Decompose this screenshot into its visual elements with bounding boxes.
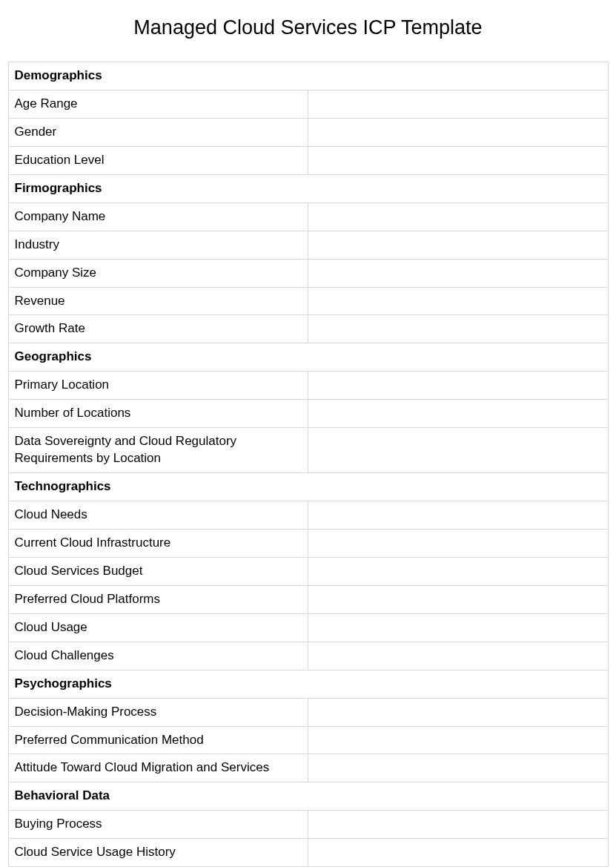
section-header-row: Psychographics bbox=[8, 670, 608, 698]
field-label: Number of Locations bbox=[8, 400, 308, 428]
field-value[interactable] bbox=[308, 202, 609, 231]
table-row: Growth Rate bbox=[8, 315, 608, 343]
table-row: Company Size bbox=[8, 259, 608, 287]
field-value[interactable] bbox=[308, 231, 609, 259]
field-label: Preferred Communication Method bbox=[8, 726, 308, 754]
table-row: Buying Process bbox=[8, 811, 608, 839]
field-label: Age Range bbox=[8, 90, 308, 118]
table-row: Cloud Usage bbox=[8, 613, 608, 642]
field-value[interactable] bbox=[308, 529, 609, 557]
field-label: Education Level bbox=[8, 146, 308, 174]
table-row: Data Sovereignty and Cloud Regulatory Re… bbox=[8, 428, 608, 473]
table-row: Cloud Challenges bbox=[8, 642, 608, 670]
field-value[interactable] bbox=[308, 613, 609, 642]
field-label: Decision-Making Process bbox=[8, 698, 308, 726]
field-label: Cloud Challenges bbox=[8, 642, 308, 670]
field-value[interactable] bbox=[308, 315, 609, 343]
table-row: Cloud Service Usage History bbox=[8, 839, 608, 867]
page-title: Managed Cloud Services ICP Template bbox=[7, 16, 609, 39]
section-header-row: Demographics bbox=[8, 62, 608, 90]
table-row: Decision-Making Process bbox=[8, 698, 608, 726]
field-label: Buying Process bbox=[8, 811, 308, 839]
field-value[interactable] bbox=[308, 400, 609, 428]
section-header-cell: Demographics bbox=[8, 62, 608, 90]
field-label: Cloud Needs bbox=[8, 501, 308, 530]
field-value[interactable] bbox=[308, 585, 609, 613]
section-header-row: Technographics bbox=[8, 473, 608, 501]
field-label: Growth Rate bbox=[8, 315, 308, 343]
field-value[interactable] bbox=[308, 90, 609, 118]
table-row: Cloud Needs bbox=[8, 501, 608, 530]
field-label: Primary Location bbox=[8, 372, 308, 400]
table-row: Preferred Cloud Platforms bbox=[8, 585, 608, 613]
field-label: Company Size bbox=[8, 259, 308, 287]
field-value[interactable] bbox=[308, 557, 609, 585]
field-label: Gender bbox=[8, 118, 308, 146]
field-label: Revenue bbox=[8, 287, 308, 315]
field-label: Company Name bbox=[8, 202, 308, 231]
field-value[interactable] bbox=[308, 428, 609, 473]
field-value[interactable] bbox=[308, 259, 609, 287]
field-value[interactable] bbox=[308, 839, 609, 867]
field-value[interactable] bbox=[308, 118, 609, 146]
field-value[interactable] bbox=[308, 501, 609, 530]
field-label: Cloud Services Budget bbox=[8, 557, 308, 585]
field-label: Data Sovereignty and Cloud Regulatory Re… bbox=[8, 428, 308, 473]
table-row: Education Level bbox=[8, 146, 608, 174]
table-row: Current Cloud Infrastructure bbox=[8, 529, 608, 557]
field-label: Attitude Toward Cloud Migration and Serv… bbox=[8, 754, 308, 782]
field-label: Cloud Usage bbox=[8, 613, 308, 642]
table-row: Primary Location bbox=[8, 372, 608, 400]
table-row: Age Range bbox=[8, 90, 608, 118]
field-value[interactable] bbox=[308, 146, 609, 174]
field-label: Industry bbox=[8, 231, 308, 259]
table-row: Attitude Toward Cloud Migration and Serv… bbox=[8, 754, 608, 782]
field-value[interactable] bbox=[308, 754, 609, 782]
section-header-cell: Technographics bbox=[8, 473, 608, 501]
section-header-row: Behavioral Data bbox=[8, 782, 608, 811]
field-value[interactable] bbox=[308, 372, 609, 400]
section-header-cell: Firmographics bbox=[8, 174, 608, 202]
table-body: DemographicsAge RangeGenderEducation Lev… bbox=[8, 62, 608, 868]
field-value[interactable] bbox=[308, 698, 609, 726]
table-row: Revenue bbox=[8, 287, 608, 315]
table-row: Company Name bbox=[8, 202, 608, 231]
section-header-row: Geographics bbox=[8, 343, 608, 372]
section-header-cell: Geographics bbox=[8, 343, 608, 372]
field-label: Current Cloud Infrastructure bbox=[8, 529, 308, 557]
field-value[interactable] bbox=[308, 811, 609, 839]
section-header-cell: Behavioral Data bbox=[8, 782, 608, 811]
section-header-row: Firmographics bbox=[8, 174, 608, 202]
field-value[interactable] bbox=[308, 726, 609, 754]
table-row: Preferred Communication Method bbox=[8, 726, 608, 754]
field-value[interactable] bbox=[308, 642, 609, 670]
field-label: Preferred Cloud Platforms bbox=[8, 585, 308, 613]
table-row: Cloud Services Budget bbox=[8, 557, 608, 585]
field-label: Cloud Service Usage History bbox=[8, 839, 308, 867]
field-value[interactable] bbox=[308, 287, 609, 315]
section-header-cell: Psychographics bbox=[8, 670, 608, 698]
table-row: Number of Locations bbox=[8, 400, 608, 428]
table-row: Industry bbox=[8, 231, 608, 259]
table-row: Gender bbox=[8, 118, 608, 146]
icp-template-table: DemographicsAge RangeGenderEducation Lev… bbox=[8, 62, 609, 867]
